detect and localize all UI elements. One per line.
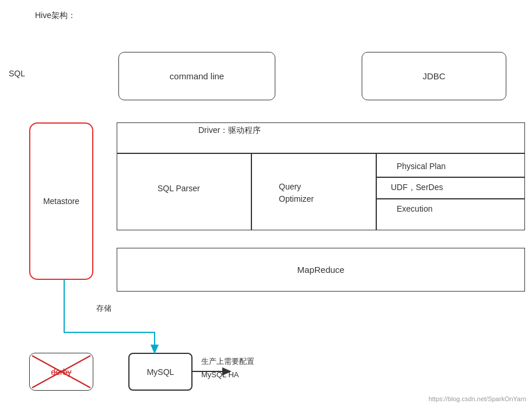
execution-label: Execution — [397, 204, 432, 213]
metastore-label: Metastore — [43, 197, 79, 206]
page-title: Hive架构： — [35, 10, 76, 21]
command-line-label: command line — [170, 71, 224, 81]
command-line-box: command line — [118, 52, 275, 100]
udf-serdes-label: UDF，SerDes — [391, 183, 443, 193]
mapreduce-box: MapReduce — [117, 248, 525, 292]
metastore-box: Metastore — [29, 122, 93, 280]
mysql-label: MySQL — [147, 367, 174, 377]
sql-label: SQL — [9, 69, 25, 78]
cunchu-label: 存储 — [96, 303, 111, 314]
derby-box: derby — [29, 353, 93, 391]
shengchan-line1: 生产上需要配置 — [201, 355, 254, 368]
driver-vline2 — [376, 153, 377, 230]
shengchan-label: 生产上需要配置 MySQL HA — [201, 355, 254, 382]
diagram-container: Hive架构： SQL command line JDBC Metastore … — [0, 0, 532, 407]
query-optimizer-label: Query Optimizer — [279, 181, 314, 205]
sql-parser-label: SQL Parser — [158, 184, 200, 193]
shengchan-line2: MySQL HA — [201, 368, 254, 381]
driver-hline2 — [376, 177, 525, 178]
driver-hline3 — [376, 198, 525, 199]
watermark: https://blog.csdn.net/SparkOnYarn — [429, 395, 526, 402]
driver-hline — [117, 153, 525, 154]
jdbc-box: JDBC — [362, 52, 506, 100]
mapreduce-label: MapReduce — [298, 265, 345, 275]
physical-plan-label: Physical Plan — [397, 162, 446, 171]
driver-label: Driver：驱动程序 — [198, 125, 261, 136]
jdbc-label: JDBC — [422, 71, 445, 81]
driver-vline1 — [251, 153, 252, 230]
derby-label: derby — [51, 367, 71, 377]
mysql-box: MySQL — [128, 353, 192, 391]
